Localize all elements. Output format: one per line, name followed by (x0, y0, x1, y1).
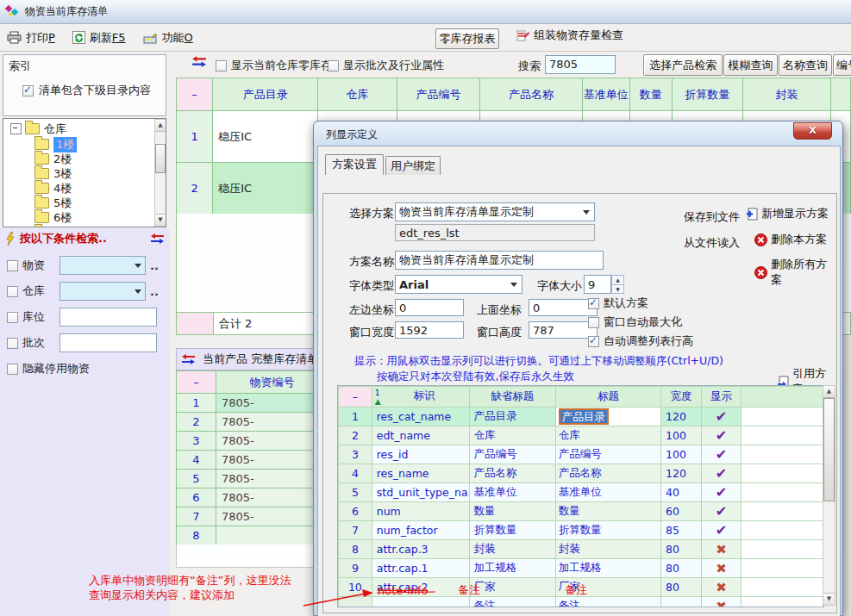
default-title-cell[interactable]: 基准单位 (469, 483, 555, 502)
filter-input[interactable] (59, 333, 157, 352)
default-title-cell[interactable]: 备注 (469, 597, 555, 608)
row-number-cell[interactable] (339, 597, 372, 608)
tree-scroll-thumb[interactable] (155, 144, 166, 173)
chevron-down-icon[interactable] (583, 210, 590, 218)
row-number-cell[interactable]: 8 (339, 540, 372, 559)
material-id-cell[interactable]: 7805- (216, 451, 329, 470)
show-flag-cell[interactable]: ✖ (701, 597, 741, 608)
auto-maximize-checkbox[interactable] (588, 317, 599, 328)
grid-row[interactable]: 2edt_name仓库仓库100✔ (339, 426, 823, 445)
spin-down-icon[interactable]: ▼ (612, 284, 623, 294)
field-id-cell[interactable]: res_cat_name (372, 408, 469, 426)
row-number-cell[interactable]: 4 (177, 451, 216, 470)
grid-row[interactable]: 1res_cat_name产品目录产品目录120✔ (339, 408, 823, 426)
tree-item-floor[interactable]: 1楼 (34, 137, 77, 152)
tree-item-floor[interactable]: 3楼 (34, 166, 72, 181)
swap-panel-icon[interactable] (181, 353, 196, 365)
close-icon[interactable]: X (793, 122, 832, 140)
grid-row[interactable]: 6num数量数量60✔ (339, 502, 823, 521)
material-id-cell[interactable]: 7805- (216, 507, 329, 526)
spin-up-icon[interactable]: ▲ (612, 276, 623, 284)
row-number-cell[interactable]: 5 (177, 470, 216, 488)
table-row[interactable]: 8 (177, 526, 329, 545)
column-header[interactable]: 数量 (629, 78, 672, 111)
left-coord-input[interactable]: 0 (395, 299, 464, 316)
include-sub-checkbox[interactable] (22, 85, 34, 96)
row-number-cell[interactable]: 1 (177, 111, 213, 163)
row-number-cell[interactable]: 2 (177, 163, 213, 215)
material-id-cell[interactable] (216, 526, 329, 545)
show-flag-cell[interactable]: ✔ (701, 483, 741, 502)
window-width-input[interactable]: 1592 (395, 321, 464, 339)
row-number-cell[interactable]: 10 (339, 578, 372, 597)
table-row[interactable]: 47805- (177, 451, 329, 470)
row-number-cell[interactable]: 4 (339, 464, 372, 483)
show-flag-cell[interactable]: ✖ (701, 559, 741, 578)
field-id-cell[interactable]: res_name (372, 464, 469, 483)
width-cell[interactable]: 40 (661, 483, 702, 502)
column-header[interactable]: 仓库 (318, 78, 397, 111)
show-flag-cell[interactable]: ✔ (701, 521, 741, 540)
grid-column-header[interactable]: 显示 (701, 387, 741, 408)
material-id-cell[interactable]: 7805- (216, 394, 329, 413)
chevron-down-icon[interactable] (135, 264, 141, 271)
hide-disabled-checkbox[interactable] (7, 364, 18, 375)
filter-checkbox[interactable] (7, 338, 18, 349)
row-selector-header[interactable]: – (339, 387, 372, 408)
column-header[interactable]: 基准单位 (582, 78, 629, 111)
width-cell[interactable]: 60 (661, 502, 702, 521)
row-number-cell[interactable]: 2 (339, 426, 372, 445)
table-row[interactable]: 77805- (177, 507, 329, 526)
width-cell[interactable]: 80 (661, 578, 702, 597)
delete-scheme-button[interactable]: 删除本方案 (754, 232, 827, 247)
field-id-cell[interactable]: std_unit_type_na (372, 483, 469, 502)
row-number-cell[interactable]: 8 (177, 526, 216, 545)
row-number-cell[interactable]: 7 (339, 521, 372, 540)
title-cell[interactable]: 数量 (555, 502, 660, 521)
row-number-cell[interactable]: 1 (339, 408, 372, 426)
grid-row[interactable]: 4res_name产品名称产品名称120✔ (339, 464, 823, 483)
show-flag-cell[interactable]: ✔ (701, 426, 741, 445)
table-row[interactable]: 57805- (177, 470, 329, 488)
material-id-cell[interactable]: 7805- (216, 413, 329, 432)
column-header[interactable]: 产品编号 (397, 78, 480, 111)
default-title-cell[interactable]: 折算数量 (469, 521, 555, 540)
table-row[interactable]: 37805- (177, 432, 329, 451)
tree-item-floor[interactable]: 沟湖 楼 (34, 225, 91, 227)
grid-row[interactable]: 5std_unit_type_na基准单位基准单位40✔ (339, 483, 823, 502)
filter-combo[interactable] (59, 256, 146, 275)
font-type-combo[interactable]: Arial (395, 275, 522, 294)
width-cell[interactable]: 100 (661, 426, 702, 445)
font-size-input[interactable]: 9 (584, 275, 611, 294)
chevron-down-icon[interactable] (135, 289, 141, 297)
grid-scroll-thumb[interactable] (823, 398, 835, 501)
title-cell[interactable]: 产品目录 (555, 408, 660, 426)
scroll-up-icon[interactable]: ▲ (823, 386, 835, 398)
default-title-cell[interactable]: 加工规格 (469, 559, 555, 578)
row-number-cell[interactable]: 3 (339, 445, 372, 464)
select-scheme-combo[interactable]: 物资当前库存清单显示定制 (395, 202, 595, 221)
functions-button[interactable]: 功能O (143, 30, 193, 46)
column-header[interactable]: 折算数量 (672, 78, 742, 111)
row-number-cell[interactable]: 5 (339, 483, 372, 502)
tree-expander-icon[interactable] (10, 123, 22, 134)
column-header[interactable]: 产品目录 (213, 78, 318, 111)
swap-list-icon[interactable] (191, 55, 207, 68)
show-batch-attr-checkbox[interactable] (328, 60, 339, 72)
material-id-cell[interactable]: 7805- (216, 488, 329, 507)
title-cell[interactable]: 封装 (555, 540, 660, 559)
select-product-search-button[interactable]: 选择产品检索 (643, 54, 723, 76)
field-id-cell[interactable]: attr.cap.3 (372, 540, 469, 559)
title-cell[interactable]: 产品名称 (555, 464, 660, 483)
title-cell[interactable]: 仓库 (555, 426, 660, 445)
title-cell[interactable]: 加工规格 (555, 559, 660, 578)
show-zero-stock-checkbox[interactable] (216, 60, 227, 72)
tree-item-floor[interactable]: 5楼 (34, 196, 72, 210)
grid-row[interactable]: 备注备注✖ (339, 597, 823, 608)
title-cell[interactable]: 折算数量 (555, 521, 660, 540)
row-number-cell[interactable]: 6 (177, 488, 216, 507)
row-selector-header[interactable]: – (177, 371, 216, 394)
filter-checkbox[interactable] (7, 312, 18, 323)
title-cell[interactable]: 基准单位 (555, 483, 660, 502)
title-cell[interactable]: 备注 (555, 597, 660, 608)
